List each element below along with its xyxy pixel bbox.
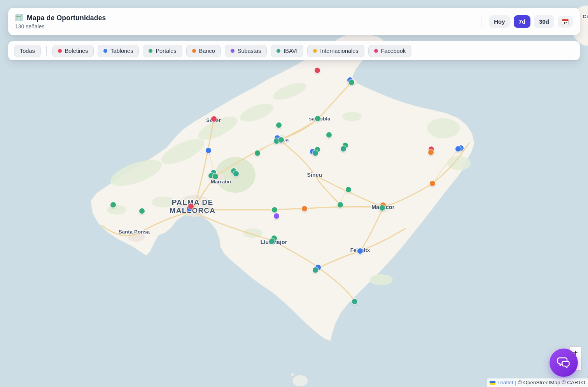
map-marker-portales[interactable] bbox=[139, 208, 145, 214]
filter-chip-internacionales[interactable]: Internacionales bbox=[307, 45, 364, 57]
time-filter-30d[interactable]: 30d bbox=[534, 15, 554, 28]
chip-label: IBAVI bbox=[284, 48, 298, 54]
chat-widget-button[interactable] bbox=[550, 349, 578, 377]
chip-label: Portales bbox=[156, 48, 176, 54]
facebook-dot-icon bbox=[374, 49, 378, 53]
chip-label: Facebook bbox=[381, 48, 406, 54]
time-filter-group: Hoy7d30d bbox=[489, 15, 554, 28]
chip-label: Boletines bbox=[65, 48, 88, 54]
attribution-text: | © OpenStreetMap © CARTO bbox=[515, 380, 585, 385]
time-filter-hoy[interactable]: Hoy bbox=[489, 15, 510, 28]
map-marker-portales[interactable] bbox=[110, 202, 116, 207]
chat-bubbles-icon bbox=[556, 356, 571, 370]
map-marker-portales[interactable] bbox=[326, 132, 332, 138]
map-marker-portales[interactable] bbox=[349, 80, 354, 85]
filter-chip-todas[interactable]: Todas bbox=[14, 45, 41, 57]
category-chip-group: BoletinesTablonesPortalesBancoSubastasIB… bbox=[52, 45, 412, 57]
calendar-button[interactable]: 17 bbox=[558, 16, 573, 28]
map-marker-portales[interactable] bbox=[315, 116, 320, 121]
map-marker-banco[interactable] bbox=[302, 206, 307, 211]
filter-chip-facebook[interactable]: Facebook bbox=[368, 45, 412, 57]
chip-label: Todas bbox=[20, 48, 35, 54]
map-marker-portales[interactable] bbox=[278, 137, 284, 143]
calendar-icon: 17 bbox=[562, 18, 569, 26]
header-title-block: Mapa de Oportunidades 130 señales bbox=[15, 14, 106, 30]
map-marker-portales[interactable] bbox=[346, 187, 351, 192]
map-marker-portales[interactable] bbox=[380, 205, 385, 211]
map-marker-ibavi[interactable] bbox=[352, 299, 357, 304]
chip-label: Tablones bbox=[110, 48, 133, 54]
header-divider bbox=[481, 15, 481, 28]
filter-chip-tablones[interactable]: Tablones bbox=[98, 45, 139, 57]
map-marker-ibavi[interactable] bbox=[313, 267, 318, 273]
map-marker-tablones[interactable] bbox=[206, 148, 211, 153]
leaflet-link[interactable]: Leaflet bbox=[497, 380, 513, 385]
chip-label: Banco bbox=[199, 48, 215, 54]
ukraine-flag-icon bbox=[490, 381, 495, 385]
filter-chip-ibavi[interactable]: IBAVI bbox=[271, 45, 303, 57]
map-marker-ibavi[interactable] bbox=[313, 150, 318, 156]
svg-text:17: 17 bbox=[564, 21, 567, 24]
map-marker-boletines[interactable] bbox=[315, 68, 320, 73]
map-marker-boletines[interactable] bbox=[211, 116, 217, 122]
page-title: Mapa de Oportunidades bbox=[27, 14, 106, 22]
map-marker-tablones[interactable] bbox=[357, 248, 363, 254]
map-marker-portales[interactable] bbox=[272, 207, 277, 213]
signal-count: 130 señales bbox=[15, 23, 106, 30]
chip-label: Internacionales bbox=[320, 48, 358, 54]
filter-chip-boletines[interactable]: Boletines bbox=[52, 45, 94, 57]
portales-dot-icon bbox=[149, 49, 152, 53]
map-marker-portales[interactable] bbox=[255, 150, 260, 156]
world-map-icon bbox=[15, 14, 23, 23]
map-marker-boletines[interactable] bbox=[188, 204, 194, 209]
ibavi-dot-icon bbox=[276, 49, 280, 53]
filter-chip-subastas[interactable]: Subastas bbox=[225, 45, 267, 57]
map-marker-banco[interactable] bbox=[428, 150, 434, 155]
time-filter-7d[interactable]: 7d bbox=[514, 15, 531, 28]
map-marker-ibavi[interactable] bbox=[341, 146, 346, 152]
map-marker-portales[interactable] bbox=[213, 174, 218, 179]
filter-chip-banco[interactable]: Banco bbox=[186, 45, 221, 57]
filter-divider bbox=[46, 46, 47, 56]
map-attribution: Leaflet | © OpenStreetMap © CARTO bbox=[487, 378, 588, 387]
internacionales-dot-icon bbox=[313, 49, 317, 53]
app-header: Mapa de Oportunidades 130 señales Hoy7d3… bbox=[8, 8, 580, 35]
map-marker-subastas[interactable] bbox=[274, 213, 279, 219]
map-marker-portales[interactable] bbox=[276, 122, 282, 128]
chip-label: Subastas bbox=[238, 48, 261, 54]
filter-chip-portales[interactable]: Portales bbox=[143, 45, 182, 57]
map-marker-tablones[interactable] bbox=[455, 146, 461, 152]
category-filter-bar: Todas BoletinesTablonesPortalesBancoSuba… bbox=[8, 41, 580, 60]
map-marker-banco[interactable] bbox=[430, 181, 435, 186]
map-marker-portales[interactable] bbox=[338, 202, 343, 207]
tablones-dot-icon bbox=[103, 49, 107, 53]
banco-dot-icon bbox=[192, 49, 196, 53]
boletines-dot-icon bbox=[58, 49, 62, 53]
map-marker-ibavi[interactable] bbox=[233, 171, 239, 176]
subastas-dot-icon bbox=[231, 49, 234, 53]
map-marker-ibavi[interactable] bbox=[269, 239, 275, 244]
